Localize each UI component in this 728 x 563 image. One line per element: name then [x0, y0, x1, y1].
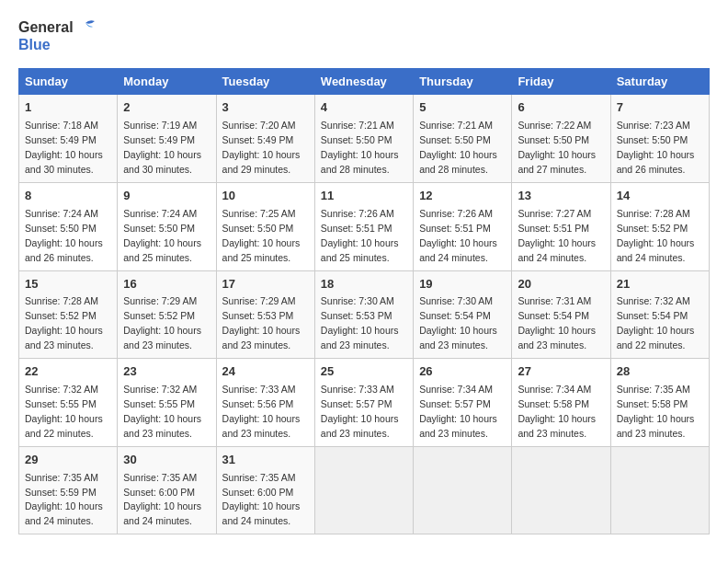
day-daylight: Daylight: 10 hours and 23 minutes.	[419, 413, 497, 439]
calendar-day-cell: 1 Sunrise: 7:18 AM Sunset: 5:49 PM Dayli…	[19, 95, 118, 183]
logo-general: General	[18, 18, 74, 36]
day-number: 30	[123, 452, 210, 469]
day-number: 21	[617, 276, 703, 293]
day-sunrise: Sunrise: 7:26 AM	[321, 208, 394, 219]
day-daylight: Daylight: 10 hours and 30 minutes.	[123, 149, 201, 175]
day-daylight: Daylight: 10 hours and 29 minutes.	[222, 149, 301, 175]
day-sunrise: Sunrise: 7:18 AM	[25, 120, 98, 131]
column-header-tuesday: Tuesday	[216, 69, 314, 95]
day-sunset: Sunset: 5:55 PM	[123, 398, 195, 409]
calendar-day-cell: 31 Sunrise: 7:35 AM Sunset: 6:00 PM Dayl…	[216, 446, 314, 534]
column-header-wednesday: Wednesday	[314, 69, 413, 95]
day-number: 17	[222, 276, 309, 293]
day-sunset: Sunset: 5:56 PM	[222, 398, 294, 409]
day-sunrise: Sunrise: 7:19 AM	[123, 120, 197, 131]
calendar-day-cell: 5 Sunrise: 7:21 AM Sunset: 5:50 PM Dayli…	[414, 95, 512, 183]
day-sunrise: Sunrise: 7:35 AM	[617, 384, 690, 395]
day-number: 1	[25, 99, 111, 117]
day-sunset: Sunset: 5:59 PM	[25, 487, 97, 498]
day-sunrise: Sunrise: 7:20 AM	[222, 120, 296, 131]
day-sunrise: Sunrise: 7:33 AM	[321, 384, 394, 395]
day-sunset: Sunset: 5:53 PM	[321, 310, 392, 321]
day-sunset: Sunset: 5:52 PM	[25, 310, 97, 321]
day-sunrise: Sunrise: 7:35 AM	[25, 472, 98, 483]
day-sunset: Sunset: 5:58 PM	[518, 398, 589, 409]
day-sunrise: Sunrise: 7:31 AM	[518, 295, 591, 306]
day-sunrise: Sunrise: 7:30 AM	[419, 295, 493, 306]
day-number: 6	[518, 99, 604, 117]
calendar-day-cell: 24 Sunrise: 7:33 AM Sunset: 5:56 PM Dayl…	[216, 359, 314, 447]
day-daylight: Daylight: 10 hours and 23 minutes.	[321, 325, 399, 350]
day-daylight: Daylight: 10 hours and 30 minutes.	[25, 149, 103, 175]
day-sunrise: Sunrise: 7:28 AM	[617, 208, 690, 219]
day-daylight: Daylight: 10 hours and 28 minutes.	[419, 149, 497, 175]
day-number: 29	[25, 452, 111, 469]
day-daylight: Daylight: 10 hours and 24 minutes.	[25, 500, 103, 526]
day-number: 15	[25, 276, 111, 293]
day-sunset: Sunset: 5:57 PM	[321, 398, 392, 409]
day-sunrise: Sunrise: 7:28 AM	[25, 295, 98, 306]
day-sunrise: Sunrise: 7:35 AM	[123, 472, 197, 483]
logo-blue: Blue	[18, 36, 97, 53]
calendar-week-row: 1 Sunrise: 7:18 AM Sunset: 5:49 PM Dayli…	[19, 95, 710, 183]
day-number: 8	[25, 188, 111, 205]
calendar-day-cell: 10 Sunrise: 7:25 AM Sunset: 5:50 PM Dayl…	[216, 182, 314, 270]
day-sunset: Sunset: 5:50 PM	[123, 223, 195, 234]
day-sunset: Sunset: 5:49 PM	[123, 134, 195, 145]
calendar-day-cell: 25 Sunrise: 7:33 AM Sunset: 5:57 PM Dayl…	[314, 359, 413, 447]
day-sunrise: Sunrise: 7:34 AM	[518, 384, 591, 395]
day-sunset: Sunset: 5:51 PM	[518, 223, 589, 234]
day-sunrise: Sunrise: 7:29 AM	[222, 295, 296, 306]
day-number: 5	[419, 99, 506, 117]
day-daylight: Daylight: 10 hours and 24 minutes.	[617, 237, 695, 263]
day-number: 3	[222, 99, 309, 117]
day-number: 16	[123, 276, 210, 293]
day-sunset: Sunset: 5:50 PM	[419, 134, 491, 145]
day-sunrise: Sunrise: 7:33 AM	[222, 384, 296, 395]
calendar-day-cell: 6 Sunrise: 7:22 AM Sunset: 5:50 PM Dayli…	[512, 95, 610, 183]
logo: General Blue	[18, 18, 97, 53]
day-sunset: Sunset: 5:58 PM	[617, 398, 688, 409]
day-sunrise: Sunrise: 7:29 AM	[123, 295, 197, 306]
day-sunset: Sunset: 5:50 PM	[617, 134, 688, 145]
day-number: 9	[123, 188, 210, 205]
day-sunset: Sunset: 5:54 PM	[518, 310, 589, 321]
day-number: 10	[222, 188, 309, 205]
day-daylight: Daylight: 10 hours and 23 minutes.	[123, 325, 201, 350]
day-daylight: Daylight: 10 hours and 22 minutes.	[25, 413, 103, 439]
page-header: General Blue	[18, 18, 710, 53]
calendar-day-cell: 29 Sunrise: 7:35 AM Sunset: 5:59 PM Dayl…	[19, 446, 118, 534]
column-header-saturday: Saturday	[610, 69, 709, 95]
day-sunrise: Sunrise: 7:22 AM	[518, 120, 591, 131]
day-sunrise: Sunrise: 7:21 AM	[419, 120, 493, 131]
calendar-day-cell: 28 Sunrise: 7:35 AM Sunset: 5:58 PM Dayl…	[610, 359, 709, 447]
day-number: 2	[123, 99, 210, 117]
calendar-day-cell: 22 Sunrise: 7:32 AM Sunset: 5:55 PM Dayl…	[19, 359, 118, 447]
day-number: 4	[321, 99, 407, 117]
calendar-day-cell	[512, 446, 610, 534]
calendar-day-cell: 18 Sunrise: 7:30 AM Sunset: 5:53 PM Dayl…	[314, 270, 413, 359]
day-daylight: Daylight: 10 hours and 23 minutes.	[222, 325, 301, 350]
day-sunset: Sunset: 5:52 PM	[617, 223, 688, 234]
day-number: 7	[617, 99, 703, 117]
day-sunrise: Sunrise: 7:25 AM	[222, 208, 296, 219]
calendar-week-row: 22 Sunrise: 7:32 AM Sunset: 5:55 PM Dayl…	[19, 359, 710, 447]
day-sunrise: Sunrise: 7:32 AM	[25, 384, 98, 395]
day-sunset: Sunset: 5:54 PM	[419, 310, 491, 321]
day-sunset: Sunset: 5:51 PM	[419, 223, 491, 234]
day-daylight: Daylight: 10 hours and 25 minutes.	[222, 237, 301, 263]
day-sunset: Sunset: 5:50 PM	[25, 223, 97, 234]
day-daylight: Daylight: 10 hours and 25 minutes.	[321, 237, 399, 263]
calendar-day-cell: 30 Sunrise: 7:35 AM Sunset: 6:00 PM Dayl…	[118, 446, 216, 534]
calendar-header-row: SundayMondayTuesdayWednesdayThursdayFrid…	[19, 69, 710, 95]
day-sunset: Sunset: 5:50 PM	[518, 134, 589, 145]
calendar-day-cell: 7 Sunrise: 7:23 AM Sunset: 5:50 PM Dayli…	[610, 95, 709, 183]
day-daylight: Daylight: 10 hours and 23 minutes.	[222, 413, 301, 439]
day-daylight: Daylight: 10 hours and 27 minutes.	[518, 149, 596, 175]
day-sunset: Sunset: 5:50 PM	[222, 223, 294, 234]
day-number: 27	[518, 363, 604, 381]
column-header-sunday: Sunday	[19, 69, 118, 95]
calendar-table: SundayMondayTuesdayWednesdayThursdayFrid…	[18, 68, 710, 534]
day-number: 11	[321, 188, 407, 205]
calendar-day-cell: 15 Sunrise: 7:28 AM Sunset: 5:52 PM Dayl…	[19, 270, 118, 359]
